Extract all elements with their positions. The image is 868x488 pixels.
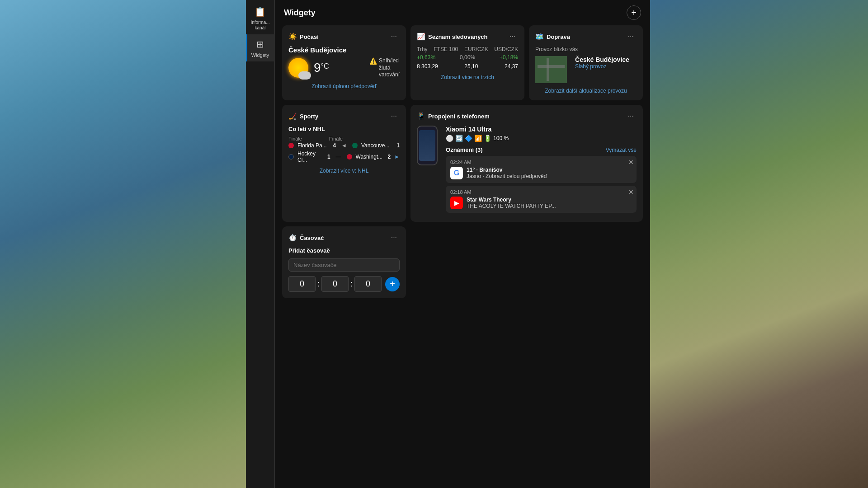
notif1-google-icon: G xyxy=(450,167,463,179)
game2-separator: — xyxy=(336,154,341,160)
phone-more-button[interactable]: ··· xyxy=(625,111,637,121)
traffic-widget-title: 🗺️ Doprava xyxy=(535,33,570,41)
game2-indicator: ► xyxy=(394,154,400,160)
timer-hours-input[interactable] xyxy=(288,276,316,292)
sidebar-item-news-label: Informa... kanál xyxy=(250,20,269,31)
notif2-desc: THE ACOLYTE WATCH PARTY EP... xyxy=(467,203,632,209)
notif2-close-button[interactable]: ✕ xyxy=(628,188,634,196)
widgets-panel: Widgety + ☀️ Počasí ··· České Budějovice… xyxy=(275,0,650,488)
timer-seconds-input[interactable] xyxy=(354,276,382,292)
add-widget-button[interactable]: + xyxy=(627,5,641,20)
notif1-time: 02:24 AM xyxy=(450,160,632,165)
widgets-title: Widgety xyxy=(284,8,316,18)
sports-widget: 🏒 Sporty ··· Co letí v NHL Finále Finále… xyxy=(282,105,406,222)
timer-name-input[interactable] xyxy=(288,258,400,272)
timer-inputs: : : + xyxy=(288,276,400,292)
stocks-usdczk-label: USD/CZK xyxy=(494,46,518,52)
stocks-eurcz-num: 25,10 xyxy=(464,63,478,70)
widgets-grid: ☀️ Počasí ··· České Budějovice 9 °C ⚠️ S… xyxy=(275,25,650,305)
notification-2: 02:18 AM ▶ Star Wars Theory THE ACOLYTE … xyxy=(446,186,637,213)
sidebar-item-news[interactable]: 📋 Informa... kanál xyxy=(246,2,275,34)
svg-rect-1 xyxy=(538,65,565,68)
stocks-col-label: Trhy xyxy=(417,46,428,52)
weather-widget-header: ☀️ Počasí ··· xyxy=(288,32,400,42)
team4-score: 2 xyxy=(384,154,391,160)
stocks-values-row: +0,63% 0,00% +0,18% xyxy=(417,54,518,61)
timer-widget: ⏱️ Časovač ··· Přidat časovač : : + xyxy=(282,226,406,298)
widgets-header: Widgety + xyxy=(275,0,650,25)
game1-row1: Florida Pa... 4 ◄ Vancouve... 1 xyxy=(288,142,400,149)
phone-title-text: Propojení s telefonem xyxy=(428,113,490,120)
stocks-numbers-row: 8 303,29 25,10 24,37 xyxy=(417,63,518,70)
game2-row1: Hockey Cl... 1 — Washingt... 2 ► xyxy=(288,150,400,163)
traffic-widget: 🗺️ Doprava ··· Provoz blízko vás České B… xyxy=(529,25,643,100)
phone-widget-header: 📱 Propojení s telefonem ··· xyxy=(417,111,637,121)
sidebar-item-widgets-label: Widgety xyxy=(251,52,269,58)
stocks-ftse-val: +0,63% xyxy=(417,54,435,61)
sports-widget-title: 🏒 Sporty xyxy=(288,112,318,120)
sports-more-button[interactable]: ··· xyxy=(388,111,400,121)
phone-battery-icon: 🔋 xyxy=(484,135,491,142)
notif1-close-button[interactable]: ✕ xyxy=(628,159,634,166)
traffic-widget-header: 🗺️ Doprava ··· xyxy=(535,32,637,42)
game1-status: Finále xyxy=(288,136,302,141)
timer-add-label: Přidat časovač xyxy=(288,247,400,254)
team2-score: 1 xyxy=(393,142,400,149)
notif2-youtube-icon: ▶ xyxy=(450,197,463,209)
weather-temp-display: 9 °C xyxy=(314,61,329,75)
team1-name: Florida Pa... xyxy=(297,142,328,149)
sidebar-item-widgets[interactable]: ⊞ Widgety xyxy=(246,34,275,61)
weather-widget-title: ☀️ Počasí xyxy=(288,33,319,41)
team1-score: 4 xyxy=(330,142,336,149)
sports-more-link[interactable]: Zobrazit více v: NHL xyxy=(288,168,400,174)
notif2-source: Star Wars Theory xyxy=(467,197,632,203)
team1-icon xyxy=(288,143,294,148)
traffic-status: Slabý provoz xyxy=(575,63,629,70)
weather-title-text: Počasí xyxy=(300,33,319,40)
phone-widget-title: 📱 Propojení s telefonem xyxy=(417,112,490,120)
stocks-widget-title: 📈 Seznam sledovaných xyxy=(417,33,488,41)
timer-colon-1: : xyxy=(317,279,320,289)
sports-title-text: Sporty xyxy=(300,113,318,120)
stocks-more-link[interactable]: Zobrazit více na trzích xyxy=(417,74,518,80)
notif1-source: 11° · Branišov xyxy=(467,167,632,173)
notif2-content: 02:18 AM ▶ Star Wars Theory THE ACOLYTE … xyxy=(450,189,632,209)
notif1-row: G 11° · Branišov Jasno · Zobrazit celou … xyxy=(450,167,632,179)
game1-status2: Finále xyxy=(329,136,343,141)
weather-temp: 9 xyxy=(314,61,321,75)
timer-title-icon: ⏱️ xyxy=(288,234,297,242)
notification-1: 02:24 AM G 11° · Branišov Jasno · Zobraz… xyxy=(446,156,637,183)
weather-alert-text: Sníh/led žlutá varování xyxy=(379,57,400,79)
stocks-title-text: Seznam sledovaných xyxy=(428,33,488,40)
weather-forecast-link[interactable]: Zobrazit úplnou předpověď xyxy=(288,83,400,89)
traffic-title-icon: 🗺️ xyxy=(535,33,544,41)
svg-rect-2 xyxy=(547,58,549,81)
traffic-more-link[interactable]: Zobrazit další aktualizace provozu xyxy=(535,88,637,94)
timer-widget-title: ⏱️ Časovač xyxy=(288,234,324,242)
stocks-ftse-num: 8 303,29 xyxy=(417,63,438,70)
phone-graphic xyxy=(417,126,438,165)
weather-more-button[interactable]: ··· xyxy=(388,32,400,42)
timer-minutes-input[interactable] xyxy=(321,276,349,292)
team2-icon xyxy=(352,143,358,148)
timer-more-button[interactable]: ··· xyxy=(388,233,400,243)
traffic-more-button[interactable]: ··· xyxy=(625,32,637,42)
traffic-map-thumbnail xyxy=(535,56,567,83)
svg-rect-0 xyxy=(535,56,567,83)
phone-battery-text: 100 % xyxy=(493,135,509,141)
weather-temp-unit: °C xyxy=(321,62,329,70)
timer-start-button[interactable]: + xyxy=(385,277,400,291)
timer-widget-header: ⏱️ Časovač ··· xyxy=(288,233,400,243)
phone-title-icon: 📱 xyxy=(417,112,425,120)
stocks-widget-header: 📈 Seznam sledovaných ··· xyxy=(417,32,518,42)
notifications-title: Oznámení (3) xyxy=(446,146,483,153)
traffic-city: České Budějovice xyxy=(575,56,629,63)
team3-score: 1 xyxy=(324,154,330,160)
notif2-time: 02:18 AM xyxy=(450,189,632,195)
timer-title-text: Časovač xyxy=(300,235,324,241)
traffic-title-text: Doprava xyxy=(547,33,570,40)
stocks-more-button[interactable]: ··· xyxy=(507,32,518,42)
weather-alert: ⚠️ Sníh/led žlutá varování xyxy=(369,57,400,79)
clear-all-button[interactable]: Vymazat vše xyxy=(606,147,637,153)
sidebar: 📋 Informa... kanál ⊞ Widgety xyxy=(246,0,275,488)
